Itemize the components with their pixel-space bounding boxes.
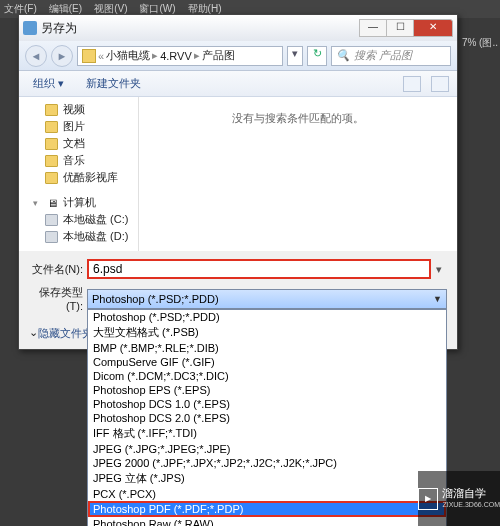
search-placeholder: 搜索 产品图: [354, 48, 412, 63]
help-button[interactable]: [431, 76, 449, 92]
zoom-percent-label: 7% (图..: [462, 36, 498, 50]
watermark-title: 溜溜自学: [442, 487, 500, 499]
forward-button[interactable]: ►: [51, 45, 73, 67]
filename-input[interactable]: [87, 259, 431, 279]
refresh-button[interactable]: ↻: [307, 46, 327, 66]
filetype-option[interactable]: JPEG 立体 (*.JPS): [88, 470, 446, 487]
breadcrumb-dropdown[interactable]: ▾: [287, 46, 303, 66]
dialog-body: 视频 图片 文档 音乐 优酷影视库 ▾🖥计算机 本地磁盘 (C:) 本地磁盘 (…: [19, 97, 457, 251]
filetype-option[interactable]: JPEG 2000 (*.JPF;*.JPX;*.JP2;*.J2C;*.J2K…: [88, 456, 446, 470]
breadcrumb-part[interactable]: 4.RVV: [160, 50, 192, 62]
filetype-option[interactable]: CompuServe GIF (*.GIF): [88, 355, 446, 369]
hide-folders-link[interactable]: 隐藏文件夹: [38, 326, 93, 341]
watermark: ▶ 溜溜自学 ZIXUE.3D66.COM: [418, 471, 500, 526]
filetype-option[interactable]: Photoshop (*.PSD;*.PDD): [88, 310, 446, 324]
breadcrumb-part[interactable]: 小猫电缆: [106, 48, 150, 63]
filetype-option[interactable]: Photoshop Raw (*.RAW): [88, 517, 446, 527]
app-icon: [23, 21, 37, 35]
sidebar-drive[interactable]: 本地磁盘 (C:): [33, 211, 138, 228]
folder-icon: [82, 49, 96, 63]
fields-area: 文件名(N): ▾ 保存类型(T): Photoshop (*.PSD;*.PD…: [19, 251, 457, 322]
filetype-select[interactable]: Photoshop (*.PSD;*.PDD) ▼: [87, 289, 447, 309]
filetype-option[interactable]: BMP (*.BMP;*.RLE;*.DIB): [88, 341, 446, 355]
filetype-option[interactable]: Dicom (*.DCM;*.DC3;*.DIC): [88, 369, 446, 383]
filetype-value: Photoshop (*.PSD;*.PDD): [92, 293, 219, 305]
new-folder-button[interactable]: 新建文件夹: [80, 74, 147, 93]
filetype-option[interactable]: JPEG (*.JPG;*.JPEG;*.JPE): [88, 442, 446, 456]
organize-button[interactable]: 组织 ▾: [27, 74, 70, 93]
sidebar-item[interactable]: 优酷影视库: [33, 169, 138, 186]
sidebar-item[interactable]: 音乐: [33, 152, 138, 169]
filetype-option[interactable]: PCX (*.PCX): [88, 487, 446, 501]
breadcrumb[interactable]: « 小猫电缆 ▸ 4.RVV ▸ 产品图: [77, 46, 283, 66]
expand-icon[interactable]: ⌄: [29, 326, 38, 341]
empty-message: 没有与搜索条件匹配的项。: [232, 111, 364, 126]
filetype-option[interactable]: Photoshop DCS 2.0 (*.EPS): [88, 411, 446, 425]
minimize-button[interactable]: —: [359, 19, 387, 37]
sidebar-item[interactable]: 文档: [33, 135, 138, 152]
filetype-option[interactable]: IFF 格式 (*.IFF;*.TDI): [88, 425, 446, 442]
filetype-option[interactable]: Photoshop EPS (*.EPS): [88, 383, 446, 397]
dialog-title: 另存为: [41, 20, 360, 37]
filename-label: 文件名(N):: [29, 262, 87, 277]
watermark-url: ZIXUE.3D66.COM: [442, 499, 500, 511]
filetype-dropdown[interactable]: Photoshop (*.PSD;*.PDD)大型文档格式 (*.PSB)BMP…: [87, 309, 447, 527]
close-button[interactable]: ✕: [413, 19, 453, 37]
breadcrumb-part[interactable]: 产品图: [202, 48, 235, 63]
filetype-label: 保存类型(T):: [29, 285, 87, 312]
save-as-dialog: 另存为 — ☐ ✕ ◄ ► « 小猫电缆 ▸ 4.RVV ▸ 产品图 ▾ ↻ 🔍…: [18, 14, 458, 350]
toolbar: 组织 ▾ 新建文件夹: [19, 71, 457, 97]
dialog-titlebar[interactable]: 另存为 — ☐ ✕: [19, 15, 457, 41]
sidebar-drive[interactable]: 本地磁盘 (D:): [33, 228, 138, 245]
sidebar-item[interactable]: 图片: [33, 118, 138, 135]
filetype-option[interactable]: Photoshop PDF (*.PDF;*.PDP): [88, 501, 446, 517]
filetype-option[interactable]: Photoshop DCS 1.0 (*.EPS): [88, 397, 446, 411]
file-list-area[interactable]: 没有与搜索条件匹配的项。: [139, 97, 457, 251]
back-button[interactable]: ◄: [25, 45, 47, 67]
watermark-logo: ▶: [418, 488, 438, 510]
maximize-button[interactable]: ☐: [386, 19, 414, 37]
view-mode-button[interactable]: [403, 76, 421, 92]
sidebar[interactable]: 视频 图片 文档 音乐 优酷影视库 ▾🖥计算机 本地磁盘 (C:) 本地磁盘 (…: [19, 97, 139, 251]
chevron-down-icon: ▼: [433, 294, 442, 304]
search-icon: 🔍: [336, 49, 350, 62]
nav-bar: ◄ ► « 小猫电缆 ▸ 4.RVV ▸ 产品图 ▾ ↻ 🔍 搜索 产品图: [19, 41, 457, 71]
filetype-option[interactable]: 大型文档格式 (*.PSB): [88, 324, 446, 341]
filename-dropdown[interactable]: ▾: [431, 263, 447, 276]
sidebar-item[interactable]: 视频: [33, 101, 138, 118]
sidebar-computer-header[interactable]: ▾🖥计算机: [33, 194, 138, 211]
search-input[interactable]: 🔍 搜索 产品图: [331, 46, 451, 66]
